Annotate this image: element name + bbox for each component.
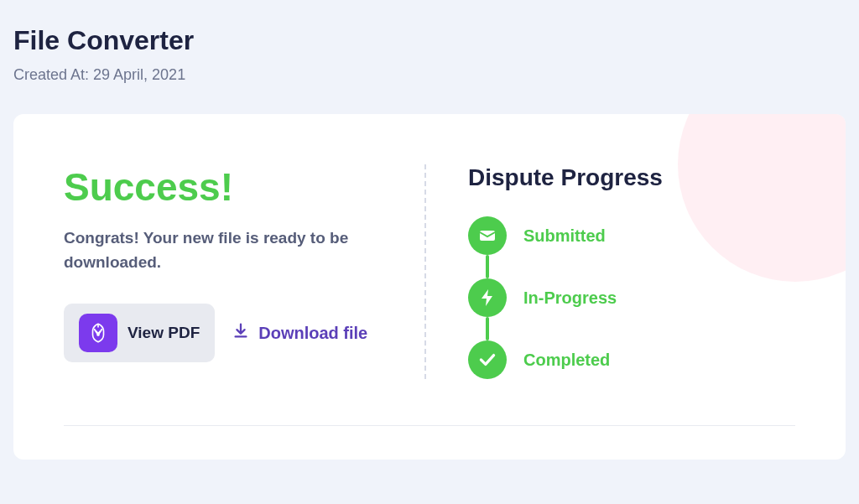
page-header: File Converter Created At: 29 April, 202… — [0, 0, 859, 101]
download-icon — [232, 322, 250, 345]
step-label: Submitted — [523, 226, 606, 246]
step-in-progress: In-Progress — [468, 278, 795, 317]
svg-point-0 — [96, 334, 99, 336]
lightning-icon — [468, 278, 507, 317]
view-pdf-label: View PDF — [128, 324, 200, 342]
progress-panel: Dispute Progress Submitted — [426, 164, 795, 379]
step-submitted: Submitted — [468, 216, 795, 255]
step-connector — [486, 317, 489, 340]
success-message: Congrats! Your new file is ready to be d… — [64, 226, 391, 274]
download-file-link[interactable]: Download file — [232, 322, 367, 345]
action-buttons: View PDF Download file — [64, 304, 391, 362]
step-label: Completed — [523, 351, 610, 370]
envelope-icon — [468, 216, 507, 255]
pdf-icon — [79, 314, 117, 352]
progress-steps: Submitted In-Progress — [468, 216, 795, 379]
download-label: Download file — [258, 324, 367, 343]
success-title: Success! — [64, 164, 391, 210]
step-connector — [486, 255, 489, 278]
progress-title: Dispute Progress — [468, 164, 795, 191]
step-label: In-Progress — [523, 288, 617, 308]
main-card: Success! Congrats! Your new file is read… — [13, 114, 846, 460]
success-panel: Success! Congrats! Your new file is read… — [64, 164, 426, 379]
step-completed: Completed — [468, 340, 795, 379]
created-at-text: Created At: 29 April, 2021 — [13, 66, 846, 84]
view-pdf-button[interactable]: View PDF — [64, 304, 215, 362]
page-title: File Converter — [13, 25, 846, 56]
card-divider — [64, 425, 795, 426]
content-wrapper: Success! Congrats! Your new file is read… — [64, 164, 795, 379]
check-icon — [468, 340, 507, 379]
